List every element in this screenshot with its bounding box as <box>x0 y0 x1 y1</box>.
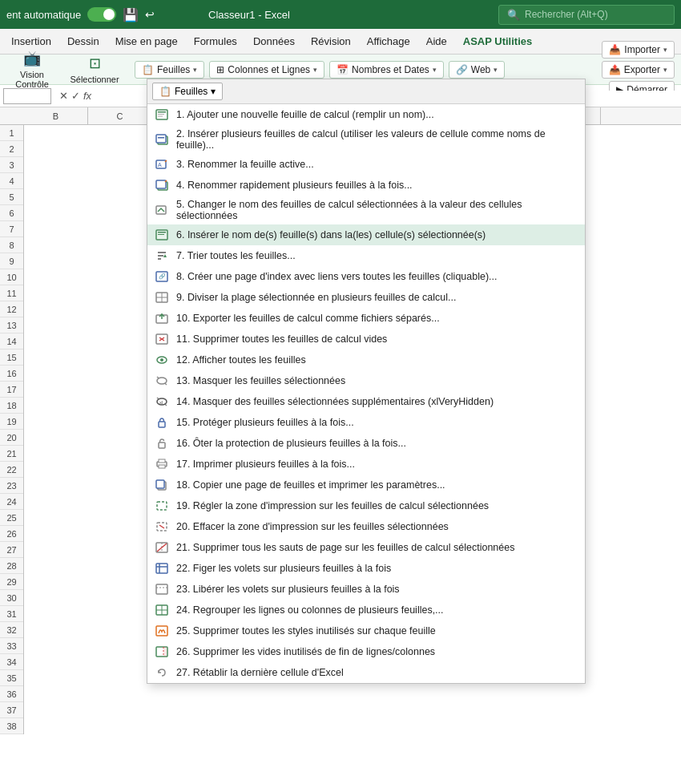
dropdown-item-icon-3: A <box>154 158 170 171</box>
colonnes-button[interactable]: ⊞ Colonnes et Lignes ▾ <box>209 61 324 79</box>
menu-item-mise-en-page[interactable]: Mise en page <box>107 30 186 52</box>
selectionner-icon: ⊡ <box>89 55 101 72</box>
dropdown-item-13[interactable]: 13. Masquer les feuilles sélectionnées <box>147 370 585 391</box>
importer-button[interactable]: 📥 Importer ▾ <box>602 41 675 59</box>
dropdown-item-18[interactable]: 18. Copier une page de feuilles et impri… <box>147 475 585 495</box>
row-21: 21 <box>0 446 23 462</box>
dropdown-item-1[interactable]: 1. Ajouter une nouvelle feuille de calcu… <box>147 104 585 125</box>
dropdown-item-icon-21 <box>154 541 170 554</box>
dropdown-item-20[interactable]: 20. Effacer la zone d'impression sur les… <box>147 516 585 537</box>
dropdown-item-9[interactable]: 9. Diviser la plage sélectionnée en plus… <box>147 287 585 308</box>
dropdown-item-11[interactable]: 11. Supprimer toutes les feuilles de cal… <box>147 329 585 350</box>
dropdown-item-text-22: 22. Figer les volets sur plusieurs feuil… <box>176 563 391 574</box>
dropdown-item-text-7: 7. Trier toutes les feuilles... <box>176 250 296 261</box>
dropdown-item-14[interactable]: xl14. Masquer des feuilles sélectionnées… <box>147 391 585 412</box>
dropdown-item-icon-24 <box>154 604 170 616</box>
row-4: 4 <box>0 173 23 189</box>
menu-item-asap[interactable]: ASAP Utilities <box>455 30 540 52</box>
web-button[interactable]: 🔗 Web ▾ <box>449 61 505 79</box>
menu-item-aide[interactable]: Aide <box>418 30 455 52</box>
svg-rect-5 <box>156 135 166 143</box>
col-header-b: B <box>24 107 88 124</box>
autosave-toggle[interactable] <box>87 7 116 22</box>
dropdown-item-23[interactable]: 23. Libérer les volets sur plusieurs feu… <box>147 579 585 600</box>
row-16: 16 <box>0 366 23 382</box>
svg-rect-36 <box>159 422 165 427</box>
dropdown-item-5[interactable]: 5. Changer le nom des feuilles de calcul… <box>147 196 585 224</box>
dropdown-item-icon-5 <box>154 204 170 216</box>
confirm-formula-icon[interactable]: ✓ <box>71 90 80 102</box>
dropdown-item-19[interactable]: 19. Régler la zone d'impression sur les … <box>147 495 585 516</box>
dropdown-items-container: 1. Ajouter une nouvelle feuille de calcu… <box>147 104 585 683</box>
row-13: 13 <box>0 317 23 333</box>
dropdown-item-text-10: 10. Exporter les feuilles de calcul comm… <box>176 313 440 324</box>
dropdown-item-2[interactable]: 2. Insérer plusieurs feuilles de calcul … <box>147 125 585 154</box>
dropdown-item-text-11: 11. Supprimer toutes les feuilles de cal… <box>176 333 387 345</box>
row-26: 26 <box>0 526 23 542</box>
dropdown-item-icon-12 <box>154 354 170 366</box>
menu-item-formules[interactable]: Formules <box>186 30 245 52</box>
nombres-button[interactable]: 📅 Nombres et Dates ▾ <box>329 61 444 79</box>
dropdown-item-text-27: 27. Rétablir la dernière cellule d'Excel <box>176 667 344 678</box>
menu-item-revision[interactable]: Révision <box>303 30 359 52</box>
dropdown-item-8[interactable]: 🔗8. Créer une page d'index avec liens ve… <box>147 266 585 287</box>
nombres-label: Nombres et Dates <box>352 64 429 75</box>
row-14: 14 <box>0 333 23 350</box>
exporter-icon: 📤 <box>609 64 621 75</box>
vision-icon: 📺 <box>23 50 41 67</box>
dropdown-item-icon-8: 🔗 <box>154 270 170 283</box>
menu-item-dessin[interactable]: Dessin <box>59 30 107 52</box>
row-22: 22 <box>0 462 23 478</box>
row-36: 36 <box>0 686 23 702</box>
row-24: 24 <box>0 494 23 510</box>
cell-reference-input[interactable] <box>3 88 51 104</box>
row-30: 30 <box>0 590 23 606</box>
dropdown-item-24[interactable]: 24. Regrouper les lignes ou colonnes de … <box>147 600 585 620</box>
dropdown-item-25[interactable]: 25. Supprimer toutes les styles inutilis… <box>147 620 585 641</box>
selectionner-button[interactable]: ⊡ Sélectionner <box>69 50 120 89</box>
svg-rect-11 <box>156 180 166 188</box>
dropdown-item-26[interactable]: 26. Supprimer les vides inutilisés de fi… <box>147 641 585 662</box>
dropdown-item-15[interactable]: 15. Protéger plusieurs feuilles à la foi… <box>147 412 585 433</box>
menu-item-donnees[interactable]: Données <box>245 30 303 52</box>
row-27: 27 <box>0 542 23 558</box>
dropdown-item-text-15: 15. Protéger plusieurs feuilles à la foi… <box>176 417 354 428</box>
row-32: 32 <box>0 622 23 638</box>
dropdown-item-7[interactable]: 7. Trier toutes les feuilles... <box>147 245 585 266</box>
row-23: 23 <box>0 478 23 494</box>
dropdown-item-21[interactable]: 21. Supprimer tous les sauts de page sur… <box>147 537 585 558</box>
vision-label: VisionContrôle <box>15 70 49 89</box>
cancel-formula-icon[interactable]: ✕ <box>59 90 68 102</box>
dropdown-item-icon-13 <box>154 374 170 387</box>
dropdown-item-6[interactable]: 6. Insérer le nom de(s) feuille(s) dans … <box>147 224 585 245</box>
save-icon[interactable]: 💾 <box>123 7 139 22</box>
insert-function-icon[interactable]: fx <box>83 90 91 102</box>
dropdown-item-icon-2 <box>154 133 170 146</box>
row-6: 6 <box>0 205 23 221</box>
dropdown-item-27[interactable]: 27. Rétablir la dernière cellule d'Excel <box>147 662 585 683</box>
dropdown-feuilles-btn[interactable]: 📋 Feuilles ▾ <box>152 83 223 100</box>
dropdown-item-icon-17 <box>154 458 170 471</box>
title-bar: ent automatique 💾 ↩ Classeur1 - Excel 🔍 … <box>0 0 681 29</box>
svg-text:A: A <box>158 162 162 168</box>
feuilles-chevron: ▾ <box>193 66 197 74</box>
row-15: 15 <box>0 350 23 366</box>
undo-icon[interactable]: ↩ <box>145 8 155 21</box>
dropdown-item-10[interactable]: 10. Exporter les feuilles de calcul comm… <box>147 308 585 329</box>
svg-text:xl: xl <box>159 400 163 405</box>
dropdown-item-icon-23 <box>154 583 170 596</box>
vision-controle-button[interactable]: 📺 VisionContrôle <box>6 45 58 94</box>
dropdown-item-12[interactable]: 12. Afficher toutes les feuilles <box>147 350 585 370</box>
selectionner-label: Sélectionner <box>70 75 119 84</box>
dropdown-item-4[interactable]: 4. Renommer rapidement plusieurs feuille… <box>147 175 585 196</box>
nombres-chevron: ▾ <box>433 66 437 74</box>
web-label: Web <box>471 64 490 75</box>
menu-item-affichage[interactable]: Affichage <box>359 30 418 52</box>
dropdown-item-16[interactable]: 16. Ôter la protection de plusieurs feui… <box>147 433 585 454</box>
search-box[interactable]: 🔍 Rechercher (Alt+Q) <box>498 5 675 25</box>
dropdown-item-3[interactable]: A3. Renommer la feuille active... <box>147 154 585 175</box>
dropdown-item-22[interactable]: 22. Figer les volets sur plusieurs feuil… <box>147 558 585 579</box>
exporter-button[interactable]: 📤 Exporter ▾ <box>602 61 675 79</box>
feuilles-button[interactable]: 📋 Feuilles ▾ <box>135 61 204 79</box>
dropdown-item-17[interactable]: 17. Imprimer plusieurs feuilles à la foi… <box>147 454 585 475</box>
